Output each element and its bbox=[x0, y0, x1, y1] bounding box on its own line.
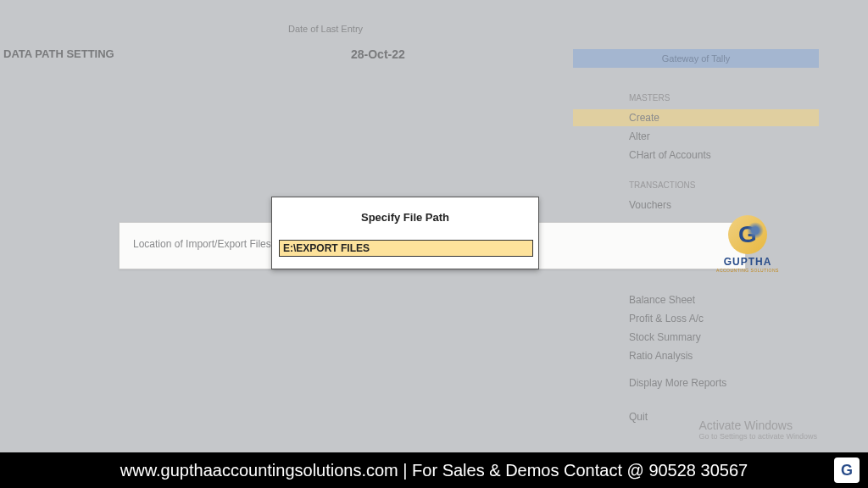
logo-icon: G bbox=[728, 215, 767, 254]
sidebar-item-vouchers[interactable]: Vouchers bbox=[573, 197, 819, 214]
section-masters: MASTERS bbox=[629, 93, 819, 103]
brand-logo: G GUPTHA ACCOUNTING SOLUTIONS bbox=[714, 215, 782, 273]
activate-subtitle: Go to Settings to activate Windows bbox=[698, 432, 817, 441]
sidebar-item-alter[interactable]: Alter bbox=[573, 128, 819, 145]
sidebar-item-balance[interactable]: Balance Sheet bbox=[573, 291, 819, 308]
logo-text: GUPTHA bbox=[724, 256, 772, 268]
footer-logo-icon: G bbox=[834, 458, 860, 483]
path-input-label: Location of Import/Export Files bbox=[133, 238, 271, 250]
footer-text: www.gupthaaccountingsolutions.com | For … bbox=[120, 461, 748, 480]
file-path-input[interactable] bbox=[279, 240, 533, 257]
logo-subtext: ACCOUNTING SOLUTIONS bbox=[716, 268, 779, 273]
section-transactions: TRANSACTIONS bbox=[629, 180, 819, 190]
date-last-entry-label: Date of Last Entry bbox=[288, 24, 363, 34]
activate-windows-watermark: Activate Windows Go to Settings to activ… bbox=[698, 419, 817, 441]
footer-banner: www.gupthaaccountingsolutions.com | For … bbox=[0, 452, 868, 488]
specify-file-path-dialog: Specify File Path bbox=[271, 197, 539, 269]
sidebar-item-ratio[interactable]: Ratio Analysis bbox=[573, 347, 819, 364]
sidebar-item-pl[interactable]: Profit & Loss A/c bbox=[573, 310, 819, 327]
activate-title: Activate Windows bbox=[698, 419, 817, 432]
sidebar-item-chart[interactable]: CHart of Accounts bbox=[573, 147, 819, 164]
dialog-title: Specify File Path bbox=[272, 211, 538, 224]
sidebar-item-display[interactable]: Display More Reports bbox=[573, 374, 819, 391]
date-value: 28-Oct-22 bbox=[351, 47, 405, 61]
sidebar-item-create[interactable]: Create bbox=[573, 109, 819, 126]
screen-title: DATA PATH SETTING bbox=[3, 47, 114, 60]
sidebar-header: Gateway of Tally bbox=[573, 49, 819, 68]
sidebar-item-stock[interactable]: Stock Summary bbox=[573, 329, 819, 346]
